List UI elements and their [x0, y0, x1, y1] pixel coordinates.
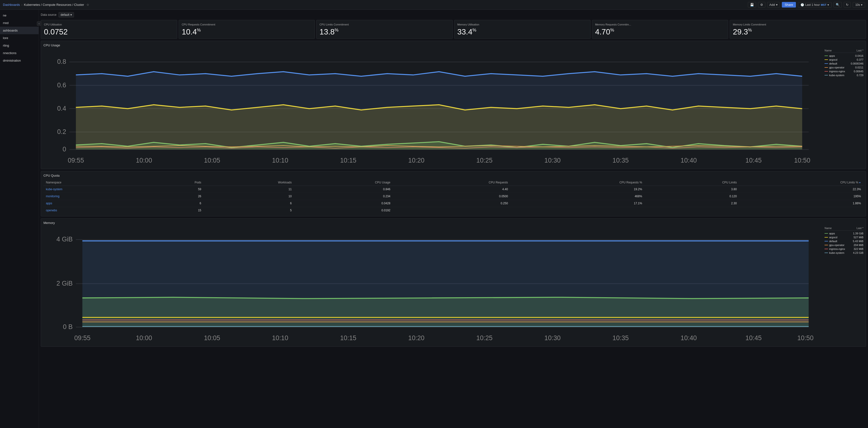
- svg-text:10:50: 10:50: [797, 334, 814, 341]
- star-icon[interactable]: ☆: [86, 3, 89, 6]
- table-header-row: Namespace Pods Workloads CPU Usage CPU R…: [43, 179, 863, 186]
- refresh-interval-button[interactable]: 10s ▾: [853, 2, 865, 7]
- namespace-link-apps[interactable]: apps: [46, 202, 52, 205]
- gpu-label: gpu-operator: [829, 66, 844, 69]
- add-chevron-icon: ▾: [776, 3, 778, 6]
- svg-text:10:00: 10:00: [136, 157, 152, 164]
- refresh-interval-label: 10s: [856, 3, 860, 6]
- main-layout: ne rred ashboards lore rting nnections d…: [0, 10, 868, 428]
- sidebar: ne rred ashboards lore rting nnections d…: [0, 10, 39, 428]
- kube-value: 0.729: [857, 74, 863, 77]
- svg-text:10:30: 10:30: [545, 334, 561, 341]
- cpu-quota-title: CPU Quota: [43, 174, 863, 177]
- kube-value: 4.23 GiB: [853, 251, 863, 254]
- sidebar-collapse-button[interactable]: ‹: [37, 21, 41, 26]
- svg-text:10:10: 10:10: [272, 157, 288, 164]
- legend-item-apps[interactable]: apps 0.0416: [825, 54, 863, 58]
- cell-cpu-requests-pct: 17.1%: [510, 200, 645, 207]
- filter-bar: Data source default ▾: [41, 12, 866, 18]
- sidebar-item-explore[interactable]: lore: [0, 34, 39, 42]
- mem-legend-item-gpu[interactable]: gpu-operator 204 MiB: [825, 243, 863, 247]
- col-namespace[interactable]: Namespace: [43, 179, 148, 186]
- mem-legend-item-kube-system[interactable]: kube-system 4.23 GiB: [825, 251, 863, 255]
- cell-workloads: 6: [204, 200, 294, 207]
- col-cpu-usage[interactable]: CPU Usage: [294, 179, 393, 186]
- namespace-link-openebs[interactable]: openebs: [46, 209, 57, 212]
- cell-cpu-requests: 4.40: [393, 186, 510, 193]
- legend-item-argocd[interactable]: argocd 0.377: [825, 58, 863, 62]
- time-range-button[interactable]: 🕐 Last 1 hour MST ▾: [798, 2, 831, 7]
- cpu-usage-panel: CPU Usage 0.8 0.6 0.4 0.2: [41, 41, 866, 169]
- sidebar-item-label: rting: [3, 44, 9, 47]
- col-cpu-requests-pct[interactable]: CPU Requests %: [510, 179, 645, 186]
- mem-legend-item-apps[interactable]: apps 1.39 GiB: [825, 231, 863, 235]
- col-cpu-limits-pct[interactable]: CPU Limits %▼: [739, 179, 863, 186]
- col-workloads[interactable]: Workloads: [204, 179, 294, 186]
- legend-item-gpu-operator[interactable]: gpu-operator 0.0211: [825, 66, 863, 69]
- legend-item-ingress-nginx[interactable]: ingress-nginx 0.00645: [825, 69, 863, 73]
- cpu-usage-title: CPU Usage: [43, 43, 863, 47]
- time-range-chevron-icon: ▾: [828, 3, 829, 6]
- kube-color: [825, 253, 828, 253]
- table-row: openebs 15 5 0.0192: [43, 207, 863, 214]
- svg-text:10:40: 10:40: [681, 157, 697, 164]
- apps-color: [825, 56, 828, 56]
- sidebar-item-connections[interactable]: nnections: [0, 49, 39, 57]
- mem-legend-item-argocd[interactable]: argocd 527 MiB: [825, 235, 863, 239]
- cell-cpu-requests-pct: 468%: [510, 193, 645, 200]
- sidebar-item-label: nnections: [3, 51, 17, 55]
- namespace-link-monitoring[interactable]: monitoring: [46, 195, 59, 198]
- col-cpu-limits[interactable]: CPU Limits: [645, 179, 739, 186]
- mem-legend-item-ingress[interactable]: ingress-nginx 322 MiB: [825, 247, 863, 251]
- stat-card-mem-util: Memory Utilisation 33.4%: [454, 20, 591, 39]
- kube-color: [825, 75, 828, 75]
- refresh-button[interactable]: ↻: [844, 2, 851, 7]
- gpu-value: 0.0211: [855, 66, 863, 69]
- save-button[interactable]: 💾: [748, 2, 756, 7]
- cell-workloads: 11: [204, 186, 294, 193]
- stat-card-title: Memory Requests Commitm...: [595, 23, 725, 26]
- settings-button[interactable]: ⚙: [758, 2, 765, 7]
- legend-item-default[interactable]: default 0.0000346: [825, 62, 863, 66]
- mem-legend-item-default[interactable]: default 5.43 MiB: [825, 239, 863, 243]
- legend-last-col: Last *: [857, 49, 863, 52]
- ingress-label: ingress-nginx: [829, 70, 845, 73]
- gpu-value: 204 MiB: [854, 243, 863, 246]
- dashboards-link[interactable]: Dashboards: [3, 3, 20, 6]
- cell-pods: 26: [148, 193, 204, 200]
- cell-cpu-limits-pct: 22.3%: [739, 186, 863, 193]
- col-cpu-requests[interactable]: CPU Requests: [393, 179, 510, 186]
- gpu-label: gpu-operator: [829, 243, 844, 246]
- gpu-color: [825, 245, 828, 245]
- sidebar-item-dashboards[interactable]: ashboards: [0, 27, 39, 34]
- default-label: default: [829, 240, 837, 243]
- memory-legend: Name Last * apps 1.39 GiB argocd: [825, 227, 863, 255]
- cell-pods: 15: [148, 207, 204, 214]
- zoom-out-button[interactable]: 🔍: [834, 2, 842, 7]
- col-pods[interactable]: Pods: [148, 179, 204, 186]
- kube-label: kube-system: [829, 251, 844, 254]
- topbar-right: 💾 ⚙ Add ▾ Share 🕐 Last 1 hour MST ▾ 🔍 ↻ …: [748, 2, 865, 7]
- share-button[interactable]: Share: [782, 2, 796, 7]
- apps-color: [825, 233, 828, 234]
- namespace-link-kube-system[interactable]: kube-system: [46, 188, 62, 191]
- data-source-select[interactable]: default ▾: [59, 12, 74, 18]
- sidebar-item-administration[interactable]: dministration: [0, 57, 39, 64]
- table-row: kube-system 59 11 0.846 4.40 19.2% 3.80 …: [43, 186, 863, 193]
- default-value: 5.43 MiB: [853, 240, 863, 243]
- sidebar-item-starred[interactable]: rred: [0, 19, 39, 27]
- time-range-label: Last 1 hour: [805, 3, 820, 6]
- cpu-usage-legend: Name Last * apps 0.0416 argocd: [825, 49, 863, 77]
- breadcrumb-current: Kubernetes / Compute Resources / Cluster: [24, 3, 84, 6]
- svg-text:10:50: 10:50: [794, 157, 810, 164]
- sidebar-item-alerting[interactable]: rting: [0, 42, 39, 49]
- apps-label: apps: [829, 232, 835, 235]
- sidebar-item-label: lore: [3, 36, 8, 40]
- add-button[interactable]: Add ▾: [767, 2, 780, 7]
- legend-item-kube-system[interactable]: kube-system 0.729: [825, 73, 863, 77]
- argocd-value: 527 MiB: [854, 236, 863, 239]
- svg-text:0 B: 0 B: [63, 323, 72, 330]
- stat-card-mem-req: Memory Requests Commitm... 4.70%: [592, 20, 728, 39]
- sidebar-item-home[interactable]: ne: [0, 12, 39, 19]
- stat-card-mem-lim: Memory Limits Commitment 29.3%: [730, 20, 866, 39]
